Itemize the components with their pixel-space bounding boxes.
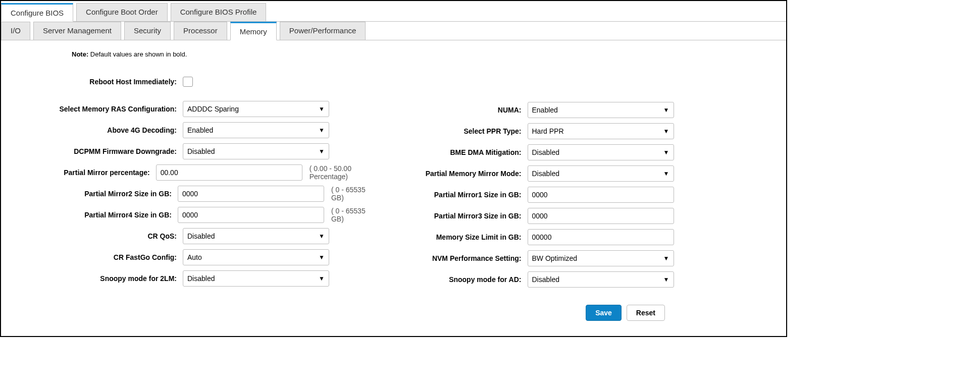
partial-mirror4-label: Partial Mirror4 Size in GB: bbox=[11, 211, 178, 219]
memory-size-limit-value: 00000 bbox=[532, 233, 552, 241]
ppr-type-value: Hard PPR bbox=[532, 127, 564, 135]
snoopy-ad-value: Disabled bbox=[532, 275, 559, 284]
chevron-down-icon: ▼ bbox=[663, 149, 669, 156]
partial-mirror4-value: 0000 bbox=[182, 211, 198, 219]
partial-memory-mirror-select[interactable]: Disabled ▼ bbox=[528, 165, 674, 182]
left-column: Reboot Host Immediately: Select Memory R… bbox=[11, 73, 379, 292]
cr-fastgo-select[interactable]: Auto ▼ bbox=[183, 249, 329, 265]
reboot-host-checkbox[interactable] bbox=[183, 77, 193, 87]
partial-mirror3-value: 0000 bbox=[532, 212, 548, 220]
tab-memory[interactable]: Memory bbox=[230, 22, 277, 40]
tab-server-management[interactable]: Server Management bbox=[33, 22, 121, 40]
sub-tabs: I/O Server Management Security Processor… bbox=[1, 22, 786, 40]
ras-config-label: Select Memory RAS Configuration: bbox=[11, 105, 183, 113]
cr-fastgo-value: Auto bbox=[187, 253, 202, 261]
snoopy-2lm-label: Snoopy mode for 2LM: bbox=[11, 274, 183, 283]
tab-security[interactable]: Security bbox=[124, 22, 171, 40]
partial-mirror1-label: Partial Mirror1 Size in GB: bbox=[409, 191, 528, 199]
above-4g-label: Above 4G Decoding: bbox=[11, 126, 183, 134]
tab-configure-bios-profile[interactable]: Configure BIOS Profile bbox=[171, 3, 267, 21]
partial-mirror2-label: Partial Mirror2 Size in GB: bbox=[11, 190, 178, 198]
dcpmm-value: Disabled bbox=[187, 147, 215, 155]
default-note: Note: Default values are shown in bold. bbox=[72, 50, 776, 58]
chevron-down-icon: ▼ bbox=[319, 127, 325, 134]
note-text: Default values are shown in bold. bbox=[88, 50, 187, 58]
dcpmm-label: DCPMM Firmware Downgrade: bbox=[11, 147, 183, 155]
chevron-down-icon: ▼ bbox=[319, 254, 325, 261]
note-prefix: Note: bbox=[72, 50, 88, 58]
snoopy-ad-select[interactable]: Disabled ▼ bbox=[528, 271, 674, 288]
memory-size-limit-label: Memory Size Limit in GB: bbox=[409, 233, 528, 241]
bme-dma-value: Disabled bbox=[532, 148, 559, 156]
bios-config-page: Configure BIOS Configure Boot Order Conf… bbox=[0, 0, 787, 337]
tab-io[interactable]: I/O bbox=[1, 22, 30, 40]
cr-fastgo-label: CR FastGo Config: bbox=[11, 253, 183, 261]
chevron-down-icon: ▼ bbox=[319, 148, 325, 155]
chevron-down-icon: ▼ bbox=[319, 233, 325, 240]
numa-select[interactable]: Enabled ▼ bbox=[528, 102, 674, 118]
partial-mirror1-value: 0000 bbox=[532, 191, 548, 199]
ppr-type-label: Select PPR Type: bbox=[409, 127, 528, 135]
action-buttons: Save Reset bbox=[11, 305, 776, 321]
bme-dma-select[interactable]: Disabled ▼ bbox=[528, 144, 674, 160]
bme-dma-label: BME DMA Mitigation: bbox=[409, 148, 528, 156]
numa-value: Enabled bbox=[532, 106, 558, 114]
chevron-down-icon: ▼ bbox=[663, 255, 669, 262]
nvm-perf-value: BW Optimized bbox=[532, 254, 577, 262]
numa-label: NUMA: bbox=[409, 106, 528, 114]
chevron-down-icon: ▼ bbox=[663, 276, 669, 283]
cr-qos-select[interactable]: Disabled ▼ bbox=[183, 228, 329, 244]
dcpmm-select[interactable]: Disabled ▼ bbox=[183, 143, 329, 159]
nvm-perf-label: NVM Performance Setting: bbox=[409, 254, 528, 262]
partial-mirror-pct-hint: ( 0.00 - 50.00 Percentage) bbox=[310, 164, 379, 181]
cr-qos-value: Disabled bbox=[187, 232, 215, 240]
memory-settings-content: Note: Default values are shown in bold. … bbox=[1, 40, 786, 336]
nvm-perf-select[interactable]: BW Optimized ▼ bbox=[528, 250, 674, 266]
right-column: NUMA: Enabled ▼ Select PPR Type: Hard PP… bbox=[409, 73, 777, 292]
partial-memory-mirror-value: Disabled bbox=[532, 170, 559, 178]
partial-mirror2-value: 0000 bbox=[182, 190, 198, 198]
ras-config-value: ADDDC Sparing bbox=[187, 105, 239, 113]
ras-config-select[interactable]: ADDDC Sparing ▼ bbox=[183, 101, 329, 117]
chevron-down-icon: ▼ bbox=[663, 128, 669, 135]
above-4g-select[interactable]: Enabled ▼ bbox=[183, 122, 329, 138]
tab-processor[interactable]: Processor bbox=[174, 22, 227, 40]
reboot-host-label: Reboot Host Immediately: bbox=[11, 78, 183, 86]
reset-button[interactable]: Reset bbox=[627, 305, 665, 321]
snoopy-ad-label: Snoopy mode for AD: bbox=[409, 275, 528, 284]
partial-memory-mirror-label: Partial Memory Mirror Mode: bbox=[409, 170, 528, 178]
partial-mirror3-label: Partial Mirror3 Size in GB: bbox=[409, 212, 528, 220]
partial-mirror-pct-input[interactable]: 00.00 bbox=[156, 164, 302, 181]
partial-mirror-pct-label: Partial Mirror percentage: bbox=[11, 169, 156, 177]
partial-mirror4-hint: ( 0 - 65535 GB) bbox=[331, 207, 379, 223]
tab-configure-boot-order[interactable]: Configure Boot Order bbox=[76, 3, 168, 21]
snoopy-2lm-select[interactable]: Disabled ▼ bbox=[183, 270, 329, 287]
chevron-down-icon: ▼ bbox=[319, 275, 325, 282]
partial-mirror1-input[interactable]: 0000 bbox=[528, 187, 674, 203]
ppr-type-select[interactable]: Hard PPR ▼ bbox=[528, 123, 674, 139]
chevron-down-icon: ▼ bbox=[663, 106, 669, 114]
tab-power-performance[interactable]: Power/Performance bbox=[280, 22, 366, 40]
partial-mirror2-hint: ( 0 - 65535 GB) bbox=[331, 186, 379, 202]
partial-mirror4-input[interactable]: 0000 bbox=[178, 207, 324, 223]
memory-size-limit-input[interactable]: 00000 bbox=[528, 229, 674, 245]
cr-qos-label: CR QoS: bbox=[11, 232, 183, 240]
chevron-down-icon: ▼ bbox=[663, 170, 669, 177]
partial-mirror2-input[interactable]: 0000 bbox=[178, 186, 324, 202]
save-button[interactable]: Save bbox=[586, 305, 622, 321]
partial-mirror3-input[interactable]: 0000 bbox=[528, 208, 674, 224]
chevron-down-icon: ▼ bbox=[319, 105, 325, 113]
above-4g-value: Enabled bbox=[187, 126, 213, 134]
top-tabs: Configure BIOS Configure Boot Order Conf… bbox=[1, 3, 786, 22]
tab-configure-bios[interactable]: Configure BIOS bbox=[1, 3, 73, 22]
partial-mirror-pct-value: 00.00 bbox=[161, 169, 178, 177]
snoopy-2lm-value: Disabled bbox=[187, 274, 215, 283]
